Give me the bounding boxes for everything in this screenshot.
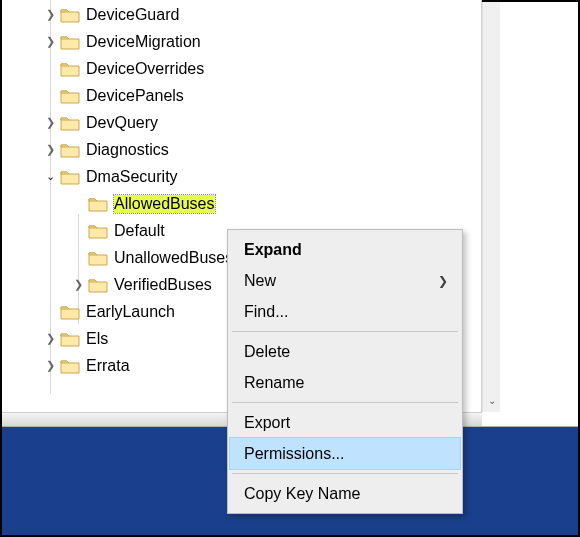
menu-item-label: Expand: [244, 241, 302, 259]
chevron-right-icon[interactable]: ❯: [42, 34, 58, 50]
tree-item-label: AllowedBuses: [114, 195, 215, 213]
context-menu: ExpandNew❯Find...DeleteRenameExportPermi…: [227, 229, 463, 514]
tree-expander-placeholder: [70, 223, 86, 239]
folder-icon: [60, 331, 80, 347]
folder-icon: [60, 358, 80, 374]
menu-item-permissions[interactable]: Permissions...: [230, 438, 460, 469]
tree-item-allowedbuses[interactable]: AllowedBuses: [2, 190, 481, 217]
scrollbar-down-icon[interactable]: ⌄: [483, 390, 500, 410]
tree-item-label: DevicePanels: [86, 87, 184, 105]
menu-item-label: Find...: [244, 303, 288, 321]
tree-item-label: VerifiedBuses: [114, 276, 212, 294]
tree-item-deviceoverrides[interactable]: DeviceOverrides: [2, 55, 481, 82]
chevron-right-icon[interactable]: ❯: [42, 358, 58, 374]
folder-icon: [60, 115, 80, 131]
menu-item-label: Copy Key Name: [244, 485, 361, 503]
menu-item-label: Permissions...: [244, 445, 344, 463]
tree-item-devicepanels[interactable]: DevicePanels: [2, 82, 481, 109]
chevron-right-icon[interactable]: ❯: [42, 115, 58, 131]
menu-item-copy-key-name[interactable]: Copy Key Name: [230, 478, 460, 509]
tree-item-devquery[interactable]: ❯DevQuery: [2, 109, 481, 136]
tree-item-label: DevQuery: [86, 114, 158, 132]
folder-icon: [60, 142, 80, 158]
folder-icon: [88, 223, 108, 239]
tree-item-label: UnallowedBuses: [114, 249, 233, 267]
tree-expander-placeholder: [42, 304, 58, 320]
chevron-right-icon[interactable]: ❯: [42, 331, 58, 347]
tree-item-label: DmaSecurity: [86, 168, 178, 186]
tree-item-label: Els: [86, 330, 108, 348]
menu-item-label: New: [244, 272, 276, 290]
tree-expander-placeholder: [42, 61, 58, 77]
tree-expander-placeholder: [70, 250, 86, 266]
tree-item-deviceguard[interactable]: ❯DeviceGuard: [2, 1, 481, 28]
menu-item-label: Rename: [244, 374, 304, 392]
tree-expander-placeholder: [70, 196, 86, 212]
tree-item-label: DeviceGuard: [86, 6, 179, 24]
menu-separator: [232, 473, 458, 474]
menu-item-export[interactable]: Export: [230, 407, 460, 438]
folder-icon: [60, 169, 80, 185]
folder-icon: [60, 7, 80, 23]
chevron-right-icon[interactable]: ❯: [42, 142, 58, 158]
menu-item-label: Export: [244, 414, 290, 432]
menu-separator: [232, 402, 458, 403]
chevron-right-icon[interactable]: ❯: [70, 277, 86, 293]
chevron-right-icon[interactable]: ❯: [42, 7, 58, 23]
menu-separator: [232, 331, 458, 332]
folder-icon: [60, 88, 80, 104]
folder-icon: [60, 304, 80, 320]
folder-icon: [60, 34, 80, 50]
tree-item-label: EarlyLaunch: [86, 303, 175, 321]
tree-item-label: DeviceOverrides: [86, 60, 204, 78]
folder-icon: [88, 196, 108, 212]
folder-icon: [88, 250, 108, 266]
chevron-down-icon[interactable]: ⌄: [42, 169, 58, 185]
tree-expander-placeholder: [42, 88, 58, 104]
menu-item-new[interactable]: New❯: [230, 265, 460, 296]
menu-item-rename[interactable]: Rename: [230, 367, 460, 398]
tree-item-label: DeviceMigration: [86, 33, 201, 51]
tree-item-diagnostics[interactable]: ❯Diagnostics: [2, 136, 481, 163]
menu-item-find[interactable]: Find...: [230, 296, 460, 327]
tree-item-label: Default: [114, 222, 165, 240]
folder-icon: [88, 277, 108, 293]
menu-item-label: Delete: [244, 343, 290, 361]
submenu-arrow-icon: ❯: [438, 274, 448, 288]
tree-item-dmasecurity[interactable]: ⌄DmaSecurity: [2, 163, 481, 190]
tree-item-label: Diagnostics: [86, 141, 169, 159]
menu-item-delete[interactable]: Delete: [230, 336, 460, 367]
tree-item-label: Errata: [86, 357, 130, 375]
tree-vertical-scrollbar[interactable]: ⌄: [482, 2, 500, 412]
tree-item-devicemigration[interactable]: ❯DeviceMigration: [2, 28, 481, 55]
folder-icon: [60, 61, 80, 77]
menu-item-expand[interactable]: Expand: [230, 234, 460, 265]
